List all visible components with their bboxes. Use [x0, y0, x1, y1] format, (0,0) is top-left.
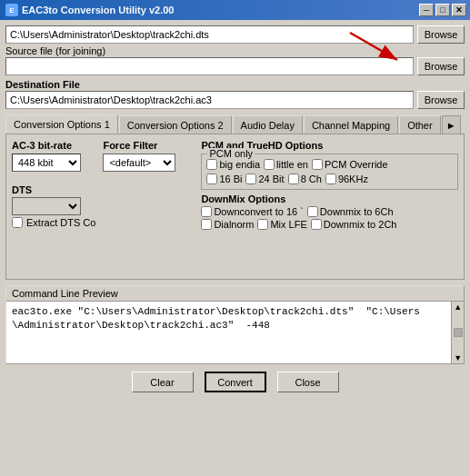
khz96-label: 96KHz: [325, 174, 368, 184]
command-text-area[interactable]: [6, 302, 451, 356]
command-row: ▲ ▼: [6, 302, 464, 363]
downmix-row1: Downconvert to 16 ` Downmix to 6Ch: [201, 206, 458, 217]
tab-bar: Conversion Options 1 Conversion Options …: [5, 114, 465, 134]
join-browse-button[interactable]: Browse: [417, 57, 465, 75]
bottom-bar: Clear Convert Close: [5, 372, 465, 392]
force-filter-label: Force Filter: [103, 140, 194, 151]
tab-more-button[interactable]: ►: [442, 115, 461, 134]
join-file-input[interactable]: [5, 57, 414, 75]
extract-dts-checkbox[interactable]: [12, 217, 23, 228]
app-icon: E: [5, 4, 18, 16]
force-filter-column: Force Filter <default>: [103, 140, 194, 230]
tab-content-panel: AC-3 bit-rate 448 kbit DTS Extract DTS C…: [5, 134, 465, 280]
join-file-row: Browse: [5, 57, 465, 75]
ac3-bitrate-label: AC-3 bit-rate: [12, 140, 95, 151]
tab-channel-mapping[interactable]: Channel Mapping: [304, 115, 398, 134]
scroll-up-btn[interactable]: ▲: [454, 302, 462, 312]
extract-dts-row: Extract DTS Co: [12, 217, 95, 228]
little-en-checkbox[interactable]: [264, 159, 275, 170]
downmix6-checkbox[interactable]: [307, 206, 318, 217]
downmix2-label: Downmix to 2Ch: [311, 219, 397, 230]
maximize-button[interactable]: □: [435, 4, 450, 16]
downconvert-label: Downconvert to 16 `: [201, 206, 303, 217]
clear-button[interactable]: Clear: [132, 372, 194, 392]
ac3-bitrate-column: AC-3 bit-rate 448 kbit DTS Extract DTS C…: [12, 140, 95, 230]
tab-other[interactable]: Other: [399, 115, 441, 134]
destination-file-input[interactable]: [5, 91, 414, 109]
force-filter-select[interactable]: <default>: [103, 154, 175, 172]
extract-dts-label: Extract DTS Co: [26, 217, 95, 228]
tab-audio-delay[interactable]: Audio Delay: [233, 115, 303, 134]
source-file-input[interactable]: [5, 25, 414, 44]
mix-lfe-checkbox[interactable]: [257, 219, 268, 230]
ch8-label: 8 Ch: [288, 174, 322, 184]
tab-conversion-options-2[interactable]: Conversion Options 2: [119, 115, 232, 134]
destination-file-row: Browse: [5, 91, 465, 109]
title-bar: E EAC3to Conversion Utility v2.00 ─ □ ✕: [0, 0, 470, 20]
dialnorm-checkbox[interactable]: [201, 219, 212, 230]
bit24-checkbox[interactable]: [245, 174, 256, 184]
downmix-row2: Dialnorm Mix LFE Downmix to 2Ch: [201, 219, 458, 230]
minimize-button[interactable]: ─: [419, 4, 434, 16]
khz96-checkbox[interactable]: [325, 174, 336, 184]
dts-select[interactable]: [12, 197, 81, 215]
ch8-checkbox[interactable]: [288, 174, 299, 184]
convert-button[interactable]: Convert: [205, 372, 266, 392]
big-endian-checkbox[interactable]: [206, 159, 217, 170]
bit16-label: 16 Bi: [206, 174, 242, 184]
big-endian-label: big endia: [206, 159, 260, 170]
command-scrollbar[interactable]: ▲ ▼: [451, 302, 464, 363]
bit16-checkbox[interactable]: [206, 174, 217, 184]
join-label: Source file (for joining): [5, 45, 465, 56]
tab-conversion-options-1[interactable]: Conversion Options 1: [5, 114, 118, 134]
pcm-override-checkbox[interactable]: [312, 159, 323, 170]
dialnorm-label: Dialnorm: [201, 219, 254, 230]
downmix2-checkbox[interactable]: [311, 219, 322, 230]
scroll-down-btn[interactable]: ▼: [454, 353, 462, 362]
pcm-checkboxes-row2: 16 Bi 24 Bit 8 Ch 96KHz: [206, 174, 453, 184]
command-section: Command Line Preview ▲ ▼: [5, 285, 465, 364]
dts-label: DTS: [12, 184, 95, 195]
pcm-override-label: PCM Override: [312, 159, 388, 170]
bit24-label: 24 Bit: [245, 174, 284, 184]
title-text: EAC3to Conversion Utility v2.00: [22, 5, 175, 15]
close-button[interactable]: Close: [277, 372, 339, 392]
destination-label: Destination File: [5, 79, 465, 90]
pcm-column: PCM and TrueHD Options PCM only big endi…: [201, 140, 458, 230]
pcm-only-legend: PCM only: [207, 148, 255, 159]
ac3-bitrate-select[interactable]: 448 kbit: [12, 154, 81, 172]
downconvert-checkbox[interactable]: [201, 206, 212, 217]
pcm-checkboxes-row1: big endia little en PCM Override: [206, 159, 453, 170]
downmix-label: DownMix Options: [201, 193, 458, 204]
pcm-only-group: PCM only big endia little en PCM Over: [201, 154, 458, 190]
source-browse-button[interactable]: Browse: [417, 25, 465, 44]
mix-lfe-label: Mix LFE: [257, 219, 306, 230]
command-section-title: Command Line Preview: [6, 286, 464, 302]
downmix6-label: Downmix to 6Ch: [307, 206, 394, 217]
main-window: Browse Source file (for joining) Browse …: [0, 20, 470, 398]
little-en-label: little en: [264, 159, 308, 170]
scroll-thumb: [454, 328, 463, 337]
source-file-row: Browse: [5, 25, 465, 44]
destination-browse-button[interactable]: Browse: [417, 91, 465, 109]
window-close-button[interactable]: ✕: [452, 4, 466, 16]
